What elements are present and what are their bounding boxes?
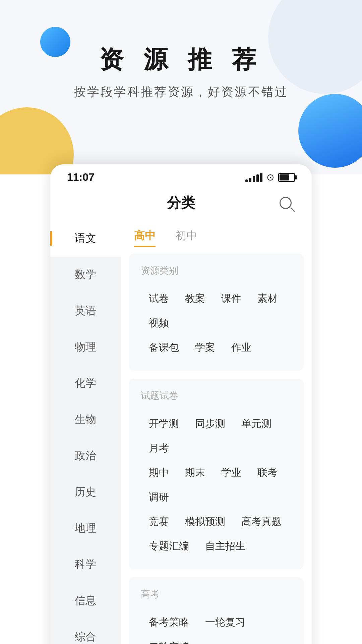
- tag-yilunfuxi[interactable]: 一轮复习: [197, 610, 253, 635]
- section-exam-type-title: 试题试卷: [141, 389, 292, 402]
- tag-beikebao[interactable]: 备课包: [141, 335, 187, 360]
- sidebar-item-yuwen[interactable]: 语文: [50, 220, 121, 257]
- sidebar-item-shengwu[interactable]: 生物: [50, 401, 121, 438]
- tag-kaixuece[interactable]: 开学测: [141, 412, 187, 436]
- tab-chuzhong[interactable]: 初中: [176, 228, 197, 247]
- tag-shipin[interactable]: 视频: [141, 311, 177, 335]
- status-time: 11:07: [67, 171, 95, 183]
- sidebar-item-huaxue[interactable]: 化学: [50, 365, 121, 401]
- tag-jiaoan[interactable]: 教案: [177, 286, 213, 311]
- sidebar: 语文 数学 英语 物理 化学 生物 政治 历史: [50, 220, 121, 644]
- tag-qimo[interactable]: 期末: [177, 461, 213, 485]
- tag-zizhuzhaosheng[interactable]: 自主招生: [197, 534, 253, 558]
- battery-icon: [278, 173, 295, 182]
- hero-subtitle: 按学段学科推荐资源，好资源不错过: [0, 84, 362, 100]
- page-title: 分类: [167, 194, 195, 212]
- search-icon: [280, 197, 292, 209]
- tab-gaozhong[interactable]: 高中: [134, 228, 156, 247]
- gaokao-row-1: 备考策略 一轮复习 二轮突破: [141, 610, 292, 644]
- tag-zuoye[interactable]: 作业: [223, 335, 259, 360]
- tag-kejian[interactable]: 课件: [213, 286, 249, 311]
- sidebar-item-kexue[interactable]: 科学: [50, 546, 121, 583]
- section-gaokao-title: 高考: [141, 588, 292, 601]
- sidebar-item-wuli[interactable]: 物理: [50, 329, 121, 365]
- content-area: 资源类别 试卷 教案 课件 素材 视频 备课包 学案 作业: [121, 254, 312, 644]
- tag-diaoyan[interactable]: 调研: [141, 485, 177, 509]
- exam-type-row-3: 竞赛 模拟预测 高考真题: [141, 509, 292, 534]
- main-content: 语文 数学 英语 物理 化学 生物 政治 历史: [50, 220, 312, 644]
- section-exam-type: 试题试卷 开学测 同步测 单元测 月考 期中 期末 学业 联考 调研: [129, 379, 304, 569]
- tag-liankao[interactable]: 联考: [249, 461, 286, 485]
- tag-shijuan[interactable]: 试卷: [141, 286, 177, 311]
- tag-xuean[interactable]: 学案: [187, 335, 223, 360]
- tag-gaokaozhenti[interactable]: 高考真题: [233, 509, 290, 534]
- tag-jingsai[interactable]: 竞赛: [141, 509, 177, 534]
- section-resource-type: 资源类别 试卷 教案 课件 素材 视频 备课包 学案 作业: [129, 254, 304, 371]
- signal-icon: [245, 173, 262, 182]
- wifi-icon: ⊙: [266, 172, 274, 183]
- section-gaokao: 高考 备考策略 一轮复习 二轮突破 三轮冲刺 高考真题: [129, 577, 304, 644]
- resource-type-row-2: 备课包 学案 作业: [141, 335, 292, 360]
- tag-tongbuce[interactable]: 同步测: [187, 412, 233, 436]
- exam-type-row-2: 期中 期末 学业 联考 调研: [141, 461, 292, 509]
- sidebar-item-xinxi[interactable]: 信息: [50, 583, 121, 619]
- tag-sucai[interactable]: 素材: [249, 286, 286, 311]
- exam-type-row-1: 开学测 同步测 单元测 月考: [141, 412, 292, 461]
- tag-qizhong[interactable]: 期中: [141, 461, 177, 485]
- resource-type-row-1: 试卷 教案 课件 素材 视频: [141, 286, 292, 335]
- tab-bar: 高中 初中: [121, 220, 312, 254]
- sidebar-item-lishi[interactable]: 历史: [50, 474, 121, 510]
- tag-xueye[interactable]: 学业: [213, 461, 249, 485]
- hero-title: 资 源 推 荐: [0, 44, 362, 76]
- tag-yuekao[interactable]: 月考: [141, 436, 177, 461]
- sidebar-item-zonghe[interactable]: 综合: [50, 619, 121, 644]
- sidebar-item-dili[interactable]: 地理: [50, 510, 121, 546]
- exam-type-row-4: 专题汇编 自主招生: [141, 534, 292, 558]
- status-icons: ⊙: [245, 172, 295, 183]
- tag-zhuantibianji[interactable]: 专题汇编: [141, 534, 197, 558]
- tag-moniyuce[interactable]: 模拟预测: [177, 509, 233, 534]
- tag-beikaocelue[interactable]: 备考策略: [141, 610, 197, 635]
- sidebar-item-shuxue[interactable]: 数学: [50, 257, 121, 293]
- page-header: 分类: [50, 187, 312, 220]
- right-content: 高中 初中 资源类别 试卷 教案 课件 素材 视频: [121, 220, 312, 644]
- battery-fill: [280, 174, 289, 180]
- tag-danyuance[interactable]: 单元测: [233, 412, 280, 436]
- tag-erluntupo[interactable]: 二轮突破: [141, 635, 197, 644]
- sidebar-item-yingyu[interactable]: 英语: [50, 293, 121, 329]
- status-bar: 11:07 ⊙: [50, 164, 312, 187]
- search-button[interactable]: [276, 194, 295, 212]
- hero-blue-half-circle: [298, 94, 362, 168]
- phone-frame: 11:07 ⊙ 分类 语文: [50, 164, 312, 644]
- sidebar-item-zhengzhi[interactable]: 政治: [50, 438, 121, 474]
- hero-section: 资 源 推 荐 按学段学科推荐资源，好资源不错过: [0, 0, 362, 174]
- section-resource-type-title: 资源类别: [141, 264, 292, 277]
